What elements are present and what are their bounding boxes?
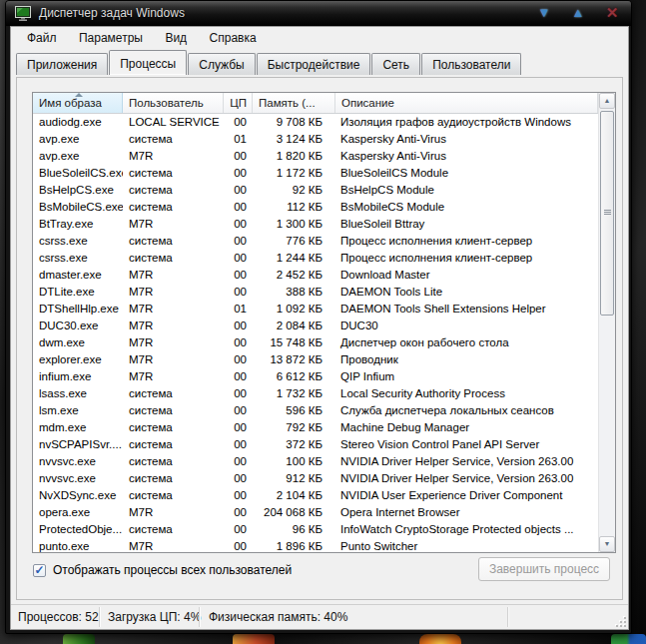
table-row[interactable]: csrss.exe система 00 776 КБ Процесс испо… bbox=[33, 233, 598, 250]
cell-cpu: 00 bbox=[224, 233, 253, 250]
taskbar-icon-2[interactable] bbox=[233, 634, 275, 644]
cell-cpu: 00 bbox=[224, 470, 253, 487]
cell-user: система bbox=[123, 453, 224, 470]
cell-user: система bbox=[123, 402, 224, 419]
table-row[interactable]: BsMobileCS.exe система 00 112 КБ BsMobil… bbox=[33, 199, 598, 216]
table-row[interactable]: DUC30.exe M7R 00 2 084 КБ DUC30 bbox=[33, 318, 598, 334]
cell-cpu: 00 bbox=[224, 182, 253, 199]
menu-file[interactable]: Файл bbox=[18, 27, 66, 45]
scroll-down-icon[interactable]: ▼ bbox=[599, 536, 615, 552]
status-separator bbox=[99, 607, 100, 627]
tab-performance[interactable]: Быстродействие bbox=[257, 53, 371, 75]
table-row[interactable]: avp.exe M7R 00 1 820 КБ Kaspersky Anti-V… bbox=[33, 148, 598, 165]
table-row[interactable]: NvXDSync.exe система 00 2 104 КБ NVIDIA … bbox=[33, 487, 598, 504]
taskbar-icon-firefox[interactable] bbox=[419, 634, 461, 644]
cell-user: M7R bbox=[123, 538, 224, 552]
table-row[interactable]: lsm.exe система 00 596 КБ Служба диспетч… bbox=[33, 402, 598, 419]
cell-image-name: opera.exe bbox=[33, 504, 123, 521]
cell-image-name: audiodg.exe bbox=[33, 114, 123, 131]
cell-memory: 1 092 КБ bbox=[253, 301, 335, 318]
column-header-cpu[interactable]: ЦП bbox=[224, 93, 253, 113]
tab-applications[interactable]: Приложения bbox=[16, 53, 108, 75]
table-row[interactable]: dmaster.exe M7R 00 2 452 КБ Download Mas… bbox=[33, 267, 598, 284]
column-header-user[interactable]: Пользователь bbox=[123, 93, 224, 113]
table-row[interactable]: nvSCPAPISvr.... система 00 372 КБ Stereo… bbox=[33, 436, 598, 453]
table-row[interactable]: DTShellHlp.exe M7R 01 1 092 КБ DAEMON To… bbox=[33, 301, 598, 318]
cell-image-name: DUC30.exe bbox=[33, 318, 123, 334]
cell-cpu: 00 bbox=[224, 250, 253, 267]
process-rows: audiodg.exe LOCAL SERVICE 00 9 708 КБ Из… bbox=[33, 114, 598, 552]
table-row[interactable]: punto.exe M7R 00 1 896 КБ Punto Switcher bbox=[33, 538, 598, 552]
tab-processes[interactable]: Процессы bbox=[109, 50, 187, 75]
column-header-description[interactable]: Описание bbox=[335, 93, 598, 113]
status-cpu-usage: Загрузка ЦП: 4% bbox=[108, 605, 201, 629]
table-row[interactable]: DTLite.exe M7R 00 388 КБ DAEMON Tools Li… bbox=[33, 284, 598, 301]
cell-memory: 1 820 КБ bbox=[253, 148, 335, 165]
taskbar-icon-4[interactable] bbox=[611, 634, 646, 644]
status-separator bbox=[507, 607, 508, 627]
cell-description: Punto Switcher bbox=[335, 538, 598, 552]
maximize-button[interactable]: ▲ bbox=[567, 3, 589, 22]
resize-grip-icon[interactable] bbox=[614, 615, 626, 627]
cell-image-name: csrss.exe bbox=[33, 250, 123, 267]
table-row[interactable]: explorer.exe M7R 00 13 872 КБ Проводник bbox=[33, 351, 598, 368]
cell-description: DAEMON Tools Lite bbox=[335, 284, 598, 301]
cell-memory: 2 084 КБ bbox=[253, 318, 335, 334]
scrollbar-thumb[interactable] bbox=[600, 111, 614, 316]
cell-user: система bbox=[123, 182, 224, 199]
cell-cpu: 01 bbox=[224, 301, 253, 318]
show-all-users-row: ✓ Отображать процессы всех пользователей bbox=[33, 563, 292, 577]
taskbar-icon-1[interactable] bbox=[63, 634, 95, 644]
cell-cpu: 00 bbox=[224, 487, 253, 504]
table-row[interactable]: opera.exe M7R 00 204 068 КБ Opera Intern… bbox=[33, 504, 598, 521]
cell-cpu: 00 bbox=[224, 351, 253, 368]
cell-image-name: BtTray.exe bbox=[33, 216, 123, 233]
status-physical-memory: Физическая память: 40% bbox=[209, 605, 347, 629]
cell-memory: 1 300 КБ bbox=[253, 216, 335, 233]
tab-networking[interactable]: Сеть bbox=[371, 53, 420, 75]
cell-memory: 13 872 КБ bbox=[253, 351, 335, 368]
cell-user: система bbox=[123, 385, 224, 402]
scroll-up-icon[interactable]: ▲ bbox=[599, 93, 615, 109]
cell-cpu: 00 bbox=[224, 199, 253, 216]
cell-memory: 204 068 КБ bbox=[253, 504, 335, 521]
table-row[interactable]: ProtectedObje... система 00 96 КБ InfoWa… bbox=[33, 521, 598, 538]
table-row[interactable]: infium.exe M7R 00 6 612 КБ QIP Infium bbox=[33, 368, 598, 385]
vertical-scrollbar[interactable]: ▲ ▼ bbox=[598, 93, 615, 552]
menu-options[interactable]: Параметры bbox=[70, 27, 152, 45]
status-process-count: Процессов: 52 bbox=[18, 605, 99, 629]
end-process-button[interactable]: Завершить процесс bbox=[478, 557, 610, 581]
show-all-users-checkbox[interactable]: ✓ bbox=[33, 564, 46, 577]
table-row[interactable]: avp.exe система 01 3 124 КБ Kaspersky An… bbox=[33, 131, 598, 148]
table-row[interactable]: nvvsvc.exe система 00 100 КБ NVIDIA Driv… bbox=[33, 453, 598, 470]
cell-user: система bbox=[123, 436, 224, 453]
table-row[interactable]: BtTray.exe M7R 00 1 300 КБ BlueSoleil Bt… bbox=[33, 216, 598, 233]
cell-memory: 2 452 КБ bbox=[253, 267, 335, 284]
table-row[interactable]: BlueSoleilCS.exe система 00 1 172 КБ Blu… bbox=[33, 165, 598, 182]
table-row[interactable]: nvvsvc.exe система 00 912 КБ NVIDIA Driv… bbox=[33, 470, 598, 487]
column-header-memory[interactable]: Память (... bbox=[253, 93, 335, 113]
table-row[interactable]: BsHelpCS.exe система 00 92 КБ BsHelpCS M… bbox=[33, 182, 598, 199]
cell-description: BlueSoleil Bttray bbox=[335, 216, 598, 233]
menu-view[interactable]: Вид bbox=[156, 27, 196, 45]
cell-description: Процесс исполнения клиент-сервер bbox=[335, 233, 598, 250]
minimize-button[interactable]: ▼ bbox=[533, 3, 555, 22]
cell-description: QIP Infium bbox=[335, 368, 598, 385]
table-row[interactable]: mdm.exe система 00 792 КБ Machine Debug … bbox=[33, 419, 598, 436]
titlebar[interactable]: Диспетчер задач Windows ▼ ▲ ✕ bbox=[6, 1, 631, 26]
table-row[interactable]: lsass.exe система 00 1 732 КБ Local Secu… bbox=[33, 385, 598, 402]
cell-user: система bbox=[123, 165, 224, 182]
cell-memory: 596 КБ bbox=[253, 402, 335, 419]
cell-cpu: 00 bbox=[224, 402, 253, 419]
cell-image-name: DTLite.exe bbox=[33, 284, 123, 301]
cell-image-name: avp.exe bbox=[33, 131, 123, 148]
close-button[interactable]: ✕ bbox=[601, 3, 623, 22]
table-row[interactable]: audiodg.exe LOCAL SERVICE 00 9 708 КБ Из… bbox=[33, 114, 598, 131]
tab-users[interactable]: Пользователи bbox=[421, 53, 521, 75]
cell-cpu: 00 bbox=[224, 521, 253, 538]
menu-help[interactable]: Справка bbox=[201, 27, 266, 45]
table-row[interactable]: dwm.exe M7R 00 15 748 КБ Диспетчер окон … bbox=[33, 334, 598, 351]
cell-image-name: nvvsvc.exe bbox=[33, 453, 123, 470]
table-row[interactable]: csrss.exe система 00 1 244 КБ Процесс ис… bbox=[33, 250, 598, 267]
tab-services[interactable]: Службы bbox=[188, 53, 255, 75]
